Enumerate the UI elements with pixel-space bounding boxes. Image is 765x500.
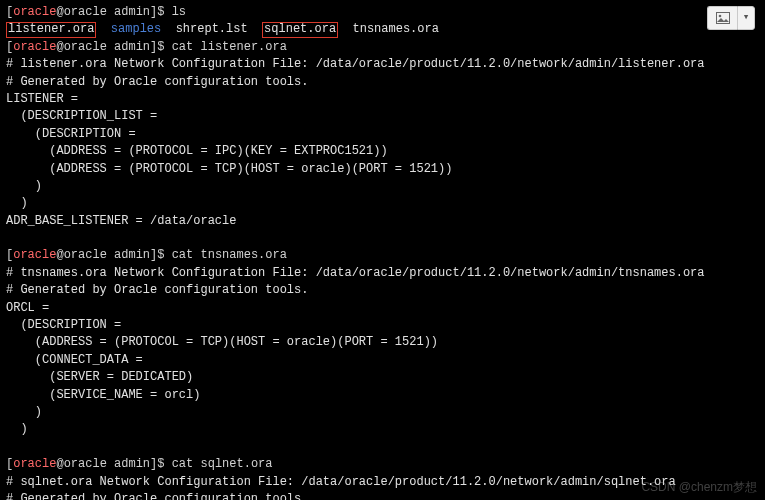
ls-output: listener.ora samples shrept.lst sqlnet.o… xyxy=(6,21,759,38)
output-line: (ADDRESS = (PROTOCOL = IPC)(KEY = EXTPRO… xyxy=(6,143,759,160)
image-button[interactable] xyxy=(707,6,737,30)
file-tnsnames: tnsnames.ora xyxy=(353,22,439,36)
chevron-down-icon: ▾ xyxy=(743,10,750,26)
prompt-line: [oracle@oracle admin]$ cat sqlnet.ora xyxy=(6,456,759,473)
output-line: LISTENER = xyxy=(6,91,759,108)
highlight-box: listener.ora xyxy=(6,22,96,37)
output-line: ) xyxy=(6,421,759,438)
output-line: (DESCRIPTION_LIST = xyxy=(6,108,759,125)
file-listener: listener.ora xyxy=(8,22,94,36)
output-line: ORCL = xyxy=(6,300,759,317)
prompt-line: [oracle@oracle admin]$ ls xyxy=(6,4,759,21)
toolbar: ▾ xyxy=(707,6,755,30)
output-line: # Generated by Oracle configuration tool… xyxy=(6,282,759,299)
output-line: (ADDRESS = (PROTOCOL = TCP)(HOST = oracl… xyxy=(6,161,759,178)
dir-samples: samples xyxy=(111,22,161,36)
command: ls xyxy=(172,5,186,19)
output-line: (DESCRIPTION = xyxy=(6,317,759,334)
output-line: ) xyxy=(6,195,759,212)
prompt-host: oracle xyxy=(64,5,107,19)
output-line: # Generated by Oracle configuration tool… xyxy=(6,74,759,91)
output-blank xyxy=(6,439,759,456)
output-line: # Generated by Oracle configuration tool… xyxy=(6,491,759,500)
file-sqlnet: sqlnet.ora xyxy=(264,22,336,36)
output-line: (SERVER = DEDICATED) xyxy=(6,369,759,386)
output-line: # sqlnet.ora Network Configuration File:… xyxy=(6,474,759,491)
output-line: (ADDRESS = (PROTOCOL = TCP)(HOST = oracl… xyxy=(6,334,759,351)
output-line: (CONNECT_DATA = xyxy=(6,352,759,369)
prompt-line: [oracle@oracle admin]$ cat tnsnames.ora xyxy=(6,247,759,264)
prompt-line: [oracle@oracle admin]$ cat listener.ora xyxy=(6,39,759,56)
dropdown-button[interactable]: ▾ xyxy=(737,6,755,30)
output-line: (SERVICE_NAME = orcl) xyxy=(6,387,759,404)
output-line: ADR_BASE_LISTENER = /data/oracle xyxy=(6,213,759,230)
command: cat listener.ora xyxy=(172,40,287,54)
highlight-box: sqlnet.ora xyxy=(262,22,338,37)
image-icon xyxy=(716,12,730,24)
command: cat sqlnet.ora xyxy=(172,457,273,471)
output-line: ) xyxy=(6,178,759,195)
output-line: (DESCRIPTION = xyxy=(6,126,759,143)
prompt-user: oracle xyxy=(13,5,56,19)
output-line: # tnsnames.ora Network Configuration Fil… xyxy=(6,265,759,282)
svg-point-1 xyxy=(718,15,721,18)
output-blank xyxy=(6,230,759,247)
prompt-path: admin xyxy=(114,5,150,19)
file-shrept: shrept.lst xyxy=(176,22,248,36)
output-line: # listener.ora Network Configuration Fil… xyxy=(6,56,759,73)
output-line: ) xyxy=(6,404,759,421)
command: cat tnsnames.ora xyxy=(172,248,287,262)
